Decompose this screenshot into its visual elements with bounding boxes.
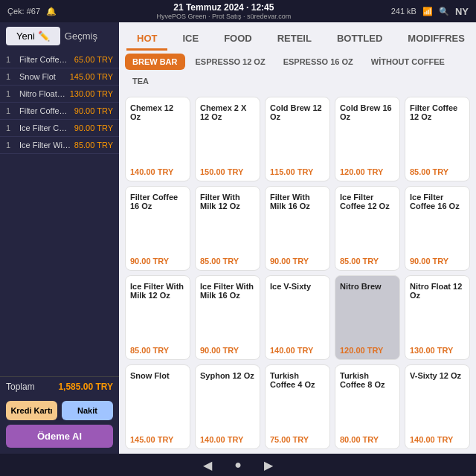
product-name: Syphon 12 Oz (200, 371, 255, 431)
product-card[interactable]: Filter With Milk 12 Oz 85.00 TRY (195, 186, 260, 271)
pencil-icon: ✏️ (38, 30, 50, 42)
product-name: Filter With Milk 16 Oz (270, 193, 325, 252)
yeni-label: Yeni (16, 30, 35, 42)
sub-tab-espresso-16[interactable]: ESPRESSO 16 OZ (276, 54, 361, 70)
product-card[interactable]: Filter Coffee 16 Oz 90.00 TRY (125, 186, 190, 271)
cat-tab-food[interactable]: FOOD (213, 28, 263, 51)
kredi-karti-button[interactable]: Kredi Kartı (6, 401, 57, 420)
product-price: 150.00 TRY (200, 167, 255, 176)
item-name: Nitro Float 12 Oz (19, 89, 67, 98)
forward-button[interactable]: ▶ (264, 458, 273, 472)
product-price: 145.00 TRY (130, 435, 185, 444)
wifi-icon[interactable]: 📶 (422, 7, 433, 16)
cat-tab-bottled[interactable]: BOTTLED (327, 28, 393, 51)
top-bar-center: 21 Temmuz 2024 · 12:45 HyvePOS Green · P… (157, 2, 292, 20)
odeme-al-button[interactable]: Ödeme Al (6, 425, 113, 448)
product-card[interactable]: Ice Filter With Milk 12 Oz 85.00 TRY (125, 275, 190, 360)
item-name: Snow Flot (19, 72, 67, 81)
item-price: 90.00 TRY (74, 106, 113, 115)
product-price: 85.00 TRY (410, 167, 465, 176)
cat-tab-modiffres[interactable]: MODIFFRES (397, 28, 475, 51)
sub-tabs: BREW BARESPRESSO 12 OZESPRESSO 16 OZWİTH… (119, 51, 476, 92)
sub-tab-tea[interactable]: TEA (125, 73, 156, 89)
search-icon[interactable]: 🔍 (439, 7, 449, 16)
total-label: Toplam (6, 382, 35, 392)
product-price: 90.00 TRY (200, 346, 255, 355)
left-panel: Yeni ✏️ Geçmiş 1 Filter Coffee 16 O... 6… (0, 22, 119, 454)
product-card[interactable]: Ice Filter Coffee 16 Oz 90.00 TRY (405, 186, 470, 271)
order-item[interactable]: 1 Filter Coffee 16 O... 65.00 TRY (0, 51, 119, 68)
product-card[interactable]: V-Sixty 12 Oz 140.00 TRY (405, 364, 470, 449)
product-name: Ice Filter With Milk 16 Oz (200, 282, 255, 341)
gecmis-button[interactable]: Geçmiş (65, 30, 97, 42)
product-grid: Chemex 12 Oz 140.00 TRY Chemex 2 X 12 Oz… (119, 92, 476, 454)
yeni-button[interactable]: Yeni ✏️ (6, 27, 60, 45)
product-card[interactable]: Ice Filter With Milk 16 Oz 90.00 TRY (195, 275, 260, 360)
cat-tab-hot[interactable]: HOT (126, 28, 167, 51)
cat-tab-reteil[interactable]: RETEIL (267, 28, 322, 51)
product-card[interactable]: Chemex 12 Oz 140.00 TRY (125, 97, 190, 181)
order-item[interactable]: 1 Filter Coffee 16 Oz 90.00 TRY (0, 103, 119, 120)
product-card[interactable]: Filter Coffee 12 Oz 85.00 TRY (405, 97, 470, 181)
product-name: Ice Filter Coffee 12 Oz (340, 193, 395, 252)
item-name: Ice Filter With Milk 12 Oz (19, 141, 71, 149)
item-price: 85.00 TRY (74, 141, 113, 149)
product-card[interactable]: Turkish Coffee 4 Oz 75.00 TRY (265, 364, 330, 449)
product-name: Ice Filter Coffee 16 Oz (410, 193, 465, 252)
product-price: 85.00 TRY (130, 346, 185, 355)
item-price: 65.00 TRY (74, 55, 113, 64)
item-name: Filter Coffee 16 Oz (19, 106, 71, 115)
home-button[interactable]: ● (234, 458, 242, 472)
product-card[interactable]: Ice Filter Coffee 12 Oz 85.00 TRY (335, 186, 400, 271)
product-card[interactable]: Nitro Float 12 Oz 130.00 TRY (405, 275, 470, 360)
product-card[interactable]: Nitro Brew 120.00 TRY (335, 275, 400, 360)
product-card[interactable]: Syphon 12 Oz 140.00 TRY (195, 364, 260, 449)
check-label: Çek: #67 (7, 7, 40, 16)
product-price: 140.00 TRY (130, 167, 185, 176)
order-item[interactable]: 1 Ice Filter Coffee 16 Oz 90.00 TRY (0, 120, 119, 137)
top-bar-left: Çek: #67 🔔 (7, 7, 57, 16)
product-card[interactable]: Ice V-Sixty 140.00 TRY (265, 275, 330, 360)
order-item[interactable]: 1 Snow Flot 145.00 TRY (0, 68, 119, 86)
order-item[interactable]: 1 Ice Filter With Milk 12 Oz 85.00 TRY (0, 137, 119, 154)
item-qty: 1 (6, 72, 16, 81)
order-item[interactable]: 1 Nitro Float 12 Oz 130.00 TRY (0, 86, 119, 103)
product-price: 140.00 TRY (270, 346, 325, 355)
nakit-button[interactable]: Nakit (62, 401, 113, 420)
back-button[interactable]: ◀ (203, 458, 212, 472)
total-price: 1,585.00 TRY (58, 382, 113, 392)
user-icon[interactable]: NY (455, 6, 469, 17)
product-name: Snow Flot (130, 371, 185, 431)
product-card[interactable]: Snow Flot 145.00 TRY (125, 364, 190, 449)
product-price: 90.00 TRY (130, 257, 185, 266)
sub-tab-espresso-12[interactable]: ESPRESSO 12 OZ (188, 54, 273, 70)
right-panel: HOTICEFOODRETEILBOTTLEDMODIFFRES BREW BA… (119, 22, 476, 454)
order-list: 1 Filter Coffee 16 O... 65.00 TRY 1 Snow… (0, 50, 119, 376)
product-price: 75.00 TRY (270, 435, 325, 444)
product-card[interactable]: Turkish Coffee 8 Oz 80.00 TRY (335, 364, 400, 449)
product-name: Cold Brew 16 Oz (340, 103, 395, 163)
product-card[interactable]: Chemex 2 X 12 Oz 150.00 TRY (195, 97, 260, 181)
bottom-nav: ◀ ● ▶ (0, 454, 476, 476)
item-qty: 1 (6, 141, 16, 149)
subtitle-text: HyvePOS Green · Prot Satış · süredevar.c… (157, 13, 292, 20)
product-price: 85.00 TRY (340, 257, 395, 266)
item-name: Ice Filter Coffee 16 Oz (19, 123, 71, 132)
time-display: 21 Temmuz 2024 · 12:45 (173, 2, 274, 13)
top-bar-right: 241 kB 📶 🔍 NY (391, 6, 469, 17)
sub-tab-brew-bar[interactable]: BREW BAR (125, 54, 185, 70)
sub-tab-without-coffee[interactable]: WİTHOUT COFFEE (364, 54, 452, 70)
product-price: 115.00 TRY (270, 167, 325, 176)
product-name: Turkish Coffee 8 Oz (340, 371, 395, 431)
notification-icon[interactable]: 🔔 (46, 7, 57, 16)
main-content: Yeni ✏️ Geçmiş 1 Filter Coffee 16 O... 6… (0, 22, 476, 454)
product-name: Ice Filter With Milk 12 Oz (130, 282, 185, 341)
product-card[interactable]: Filter With Milk 16 Oz 90.00 TRY (265, 186, 330, 271)
item-qty: 1 (6, 106, 16, 115)
product-card[interactable]: Cold Brew 12 Oz 115.00 TRY (265, 97, 330, 181)
product-price: 90.00 TRY (410, 257, 465, 266)
cat-tab-ice[interactable]: ICE (172, 28, 209, 51)
product-card[interactable]: Cold Brew 16 Oz 120.00 TRY (335, 97, 400, 181)
product-price: 120.00 TRY (340, 167, 395, 176)
product-name: Turkish Coffee 4 Oz (270, 371, 325, 431)
